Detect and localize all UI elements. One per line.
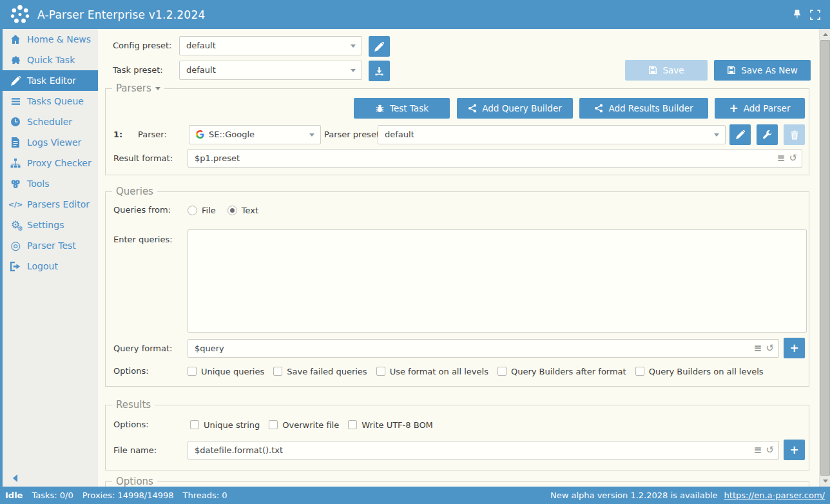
write-utf8-bom-checkbox[interactable]: Write UTF-8 BOM	[348, 420, 433, 430]
config-preset-value: default	[186, 41, 216, 50]
add-query-builder-label: Add Query Builder	[482, 103, 562, 113]
sidebar-item-tasks-queue[interactable]: Tasks Queue	[3, 91, 98, 111]
main-content: Config preset: default Task preset: defa…	[98, 29, 819, 487]
test-task-button[interactable]: Test Task	[354, 98, 450, 119]
parsers-section: Parsers Test Task Add Query Builder Add …	[105, 88, 809, 175]
add-parser-button[interactable]: + Add Parser	[715, 98, 805, 119]
parser-preset-label: Parser preset:	[324, 125, 382, 144]
undo-icon[interactable]: ↺	[766, 344, 774, 353]
sidebar-item-proxy-checker[interactable]: Proxy Checker	[3, 153, 98, 173]
queries-textarea[interactable]	[188, 229, 807, 333]
sidebar-item-label: Proxy Checker	[27, 158, 92, 168]
checkbox-icon	[269, 420, 278, 429]
file-name-input[interactable]	[188, 441, 779, 460]
fullscreen-icon[interactable]	[809, 9, 821, 21]
result-format-input[interactable]	[188, 149, 802, 168]
vertical-scrollbar[interactable]	[819, 29, 830, 487]
scrollbar-thumb[interactable]	[820, 40, 830, 476]
overwrite-file-checkbox[interactable]: Overwrite file	[269, 420, 339, 430]
queries-from-label: Queries from:	[113, 204, 171, 217]
add-results-builder-label: Add Results Builder	[608, 103, 693, 113]
checkbox-icon	[635, 367, 644, 376]
undo-icon[interactable]: ↺	[766, 445, 774, 455]
scroll-down-button[interactable]	[820, 476, 830, 487]
sidebar-item-scheduler[interactable]: Scheduler	[3, 111, 98, 132]
document-icon	[9, 137, 22, 148]
pin-icon[interactable]	[791, 9, 803, 21]
gears-cluster-icon	[9, 179, 22, 189]
query-format-label: Query format:	[113, 339, 172, 358]
checkbox-label: Overwrite file	[282, 420, 339, 430]
parser-select[interactable]: SE::Google	[189, 125, 321, 144]
status-tasks: Tasks: 0/0	[32, 490, 73, 500]
sidebar-item-task-editor[interactable]: Task Editor	[0, 70, 98, 91]
template-list-icon[interactable]: ≡	[754, 344, 762, 353]
trash-icon	[790, 130, 799, 140]
sidebar-item-parser-test[interactable]: ◎ Parser Test	[3, 235, 98, 256]
wrench-icon	[762, 130, 772, 140]
load-task-preset-button[interactable]	[369, 61, 390, 81]
edit-config-preset-button[interactable]	[369, 36, 390, 57]
parser-row-index: 1:	[113, 125, 122, 144]
parser-select-value: SE::Google	[209, 130, 255, 139]
sidebar-item-home-news[interactable]: Home & News	[3, 29, 98, 50]
sidebar-item-label: Tasks Queue	[27, 96, 84, 106]
undo-icon[interactable]: ↺	[789, 153, 797, 163]
use-format-all-levels-checkbox[interactable]: Use format on all levels	[376, 367, 488, 376]
task-preset-value: default	[186, 65, 216, 75]
sidebar-item-logout[interactable]: Logout	[3, 256, 98, 276]
delete-parser-button[interactable]	[784, 124, 805, 145]
checkbox-label: Query Builders after format	[511, 367, 626, 376]
sidebar-item-settings[interactable]: ⚙⚙ Settings	[3, 215, 98, 235]
google-icon	[196, 130, 204, 139]
parser-preset-value: default	[385, 130, 414, 139]
parser-preset-select[interactable]: default	[378, 125, 726, 144]
chevron-down-icon	[351, 69, 356, 72]
template-list-icon[interactable]: ≡	[777, 153, 786, 163]
sidebar-item-label: Task Editor	[27, 75, 76, 86]
save-failed-queries-checkbox[interactable]: Save failed queries	[273, 367, 367, 376]
save-as-new-button[interactable]: Save As New	[714, 60, 811, 81]
sidebar-item-parsers-editor[interactable]: </> Parsers Editor	[3, 194, 98, 215]
floppy-icon	[648, 66, 657, 75]
scroll-up-button[interactable]	[820, 29, 830, 40]
download-icon	[374, 66, 384, 76]
checkbox-label: Query Builders on all levels	[649, 367, 764, 376]
add-results-builder-button[interactable]: Add Results Builder	[579, 98, 708, 119]
checkbox-icon	[190, 420, 199, 429]
sidebar-item-tools[interactable]: Tools	[3, 173, 98, 194]
statusbar: Idle Tasks: 0/0 Proxies: 14998/14998 Thr…	[0, 487, 830, 504]
queries-from-file-radio[interactable]: File	[188, 206, 216, 215]
task-preset-select[interactable]: default	[179, 61, 362, 80]
plus-icon: +	[729, 103, 738, 114]
add-query-format-button[interactable]: +	[784, 338, 805, 358]
edit-parser-preset-button[interactable]	[729, 124, 751, 145]
pencil-icon	[736, 130, 745, 139]
config-preset-label: Config preset:	[113, 36, 171, 55]
parsers-legend[interactable]: Parsers	[112, 83, 164, 94]
queries-from-text-radio[interactable]: Text	[227, 206, 258, 215]
save-button[interactable]: Save	[625, 60, 708, 81]
sidebar-item-logs-viewer[interactable]: Logs Viewer	[3, 132, 98, 153]
checkbox-icon	[376, 367, 385, 376]
pencil-icon	[374, 42, 384, 52]
add-query-builder-button[interactable]: Add Query Builder	[457, 98, 573, 119]
config-preset-select[interactable]: default	[179, 36, 362, 55]
unique-queries-checkbox[interactable]: Unique queries	[188, 367, 264, 376]
unique-string-checkbox[interactable]: Unique string	[190, 420, 260, 430]
add-file-name-button[interactable]: +	[784, 440, 805, 460]
floppy-icon	[727, 66, 736, 75]
sidebar-item-quick-task[interactable]: Quick Task	[3, 50, 98, 70]
query-builders-all-levels-checkbox[interactable]: Query Builders on all levels	[635, 367, 764, 376]
sidebar-collapse-arrow[interactable]	[13, 474, 17, 482]
options-legend: Options	[112, 476, 157, 487]
logout-icon	[9, 261, 22, 272]
parser-settings-button[interactable]	[757, 124, 778, 145]
status-proxies: Proxies: 14998/14998	[82, 490, 174, 500]
query-format-input[interactable]	[188, 339, 779, 358]
update-link[interactable]: https://en.a-parser.com/	[724, 490, 825, 500]
sidebar-item-label: Parser Test	[27, 240, 76, 251]
template-list-icon[interactable]: ≡	[754, 445, 762, 455]
query-builders-after-format-checkbox[interactable]: Query Builders after format	[497, 367, 626, 376]
results-options-label: Options:	[113, 418, 149, 431]
